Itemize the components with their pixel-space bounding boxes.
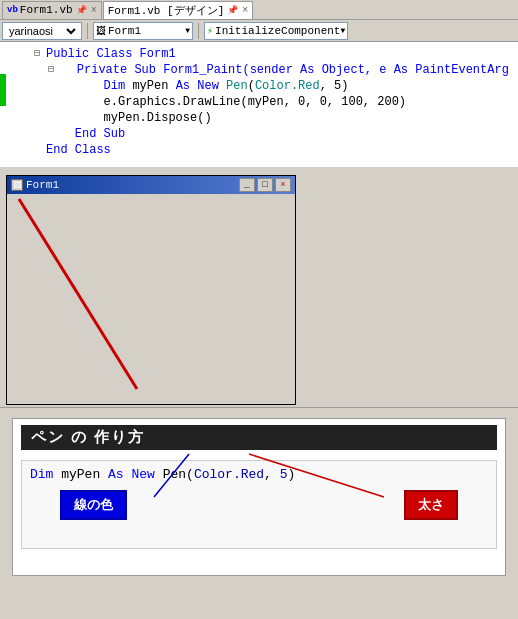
code-line-1: ⊟ Public Class Form1	[0, 46, 518, 62]
class-dropdown[interactable]: yarinaosi	[2, 22, 82, 40]
tutorial-code-box: Dim myPen As New Pen(Color.Red, 5) 線の色 太…	[21, 460, 497, 549]
code-text-2: Private Sub Form1_Paint(sender As Object…	[48, 62, 518, 78]
minimize-button[interactable]: _	[239, 178, 255, 192]
expand-icon-1[interactable]: ⊟	[34, 46, 46, 62]
form-window-controls: _ □ ×	[239, 178, 291, 192]
tab-form1vb-pin: 📌	[76, 5, 87, 16]
toolbar-row: yarinaosi 🖼 Form1 ▼ ⚡ InitializeComponen…	[0, 20, 518, 42]
code-line-5: myPen.Dispose()	[0, 110, 518, 126]
form-dropdown-label: Form1	[108, 25, 141, 37]
code-line-6: End Sub	[0, 126, 518, 142]
expand-icon-2[interactable]: ⊟	[34, 62, 48, 78]
method-dropdown-label: InitializeComponent	[215, 25, 340, 37]
tutorial-outer: ペン の 作り方 Dim myPen As New Pen(Color.Red,…	[0, 408, 518, 588]
code-line-3: Dim myPen As New Pen(Color.Red, 5)	[0, 78, 518, 94]
code-line-2: ⊟ Private Sub Form1_Paint(sender As Obje…	[0, 62, 518, 78]
tutorial-header: ペン の 作り方	[21, 425, 497, 450]
execution-marker	[0, 74, 6, 106]
annotation-area: 線の色 太さ	[30, 482, 488, 542]
method-dropdown[interactable]: ⚡ InitializeComponent ▼	[204, 22, 348, 40]
tutorial-section: ペン の 作り方 Dim myPen As New Pen(Color.Red,…	[12, 418, 506, 576]
tab-form1vb[interactable]: vb Form1.vb 📌 ×	[2, 1, 102, 19]
canvas-drawing	[7, 194, 295, 404]
form-titlebar: 🖼 Form1 _ □ ×	[7, 176, 295, 194]
restore-button[interactable]: □	[257, 178, 273, 192]
tutorial-pen: Pen(	[163, 467, 194, 482]
code-text-6: End Sub	[46, 126, 518, 142]
form-body	[7, 194, 295, 404]
tab-form1vb-close[interactable]: ×	[91, 5, 97, 16]
code-text-3: Dim myPen As New Pen(Color.Red, 5)	[46, 78, 518, 94]
tutorial-color-red: Color.Red	[194, 467, 264, 482]
tab-form1vb-design[interactable]: Form1.vb [デザイン] 📌 ×	[103, 1, 254, 19]
form-dropdown-icon: 🖼	[96, 25, 106, 37]
tutorial-varname: myPen	[61, 467, 108, 482]
code-line-7: End Class	[0, 142, 518, 158]
svg-line-0	[19, 199, 137, 389]
code-text-5: myPen.Dispose()	[46, 110, 518, 126]
color-annotation-button[interactable]: 線の色	[60, 490, 127, 520]
form-dropdown-arrow: ▼	[185, 26, 190, 35]
tutorial-as-new: As New	[108, 467, 155, 482]
tab-form1vb-design-close[interactable]: ×	[242, 5, 248, 16]
method-dropdown-arrow: ▼	[340, 26, 345, 35]
code-text-4: e.Graphics.DrawLine(myPen, 0, 0, 100, 20…	[46, 94, 518, 110]
form-title-icon: 🖼	[11, 179, 23, 191]
class-select[interactable]: yarinaosi	[5, 24, 79, 38]
toolbar-separator-2	[198, 23, 199, 39]
form-window[interactable]: 🖼 Form1 _ □ ×	[6, 175, 296, 405]
tutorial-dim: Dim	[30, 467, 53, 482]
form-preview-area: 🖼 Form1 _ □ ×	[0, 167, 518, 407]
tab-form1vb-design-label: Form1.vb [デザイン]	[108, 3, 225, 18]
method-dropdown-icon: ⚡	[207, 25, 213, 37]
tab-form1vb-label: Form1.vb	[20, 4, 73, 16]
code-text-1: Public Class Form1	[46, 46, 518, 62]
close-button[interactable]: ×	[275, 178, 291, 192]
tutorial-thickness-val: 5	[280, 467, 288, 482]
code-text-7: End Class	[46, 142, 518, 158]
code-line-4: e.Graphics.DrawLine(myPen, 0, 0, 100, 20…	[0, 94, 518, 110]
thickness-annotation-button[interactable]: 太さ	[404, 490, 458, 520]
tab-form1vb-design-pin: 📌	[227, 5, 238, 16]
form-title-label: Form1	[26, 179, 59, 191]
form-dropdown[interactable]: 🖼 Form1 ▼	[93, 22, 193, 40]
toolbar-separator-1	[87, 23, 88, 39]
tab-bar: vb Form1.vb 📌 × Form1.vb [デザイン] 📌 ×	[0, 0, 518, 20]
code-editor[interactable]: ⊟ Public Class Form1 ⊟ Private Sub Form1…	[0, 42, 518, 167]
vb-icon: vb	[7, 5, 18, 15]
tutorial-comma: ,	[264, 467, 280, 482]
tutorial-close-paren: )	[288, 467, 296, 482]
form-title-left: 🖼 Form1	[11, 179, 59, 191]
